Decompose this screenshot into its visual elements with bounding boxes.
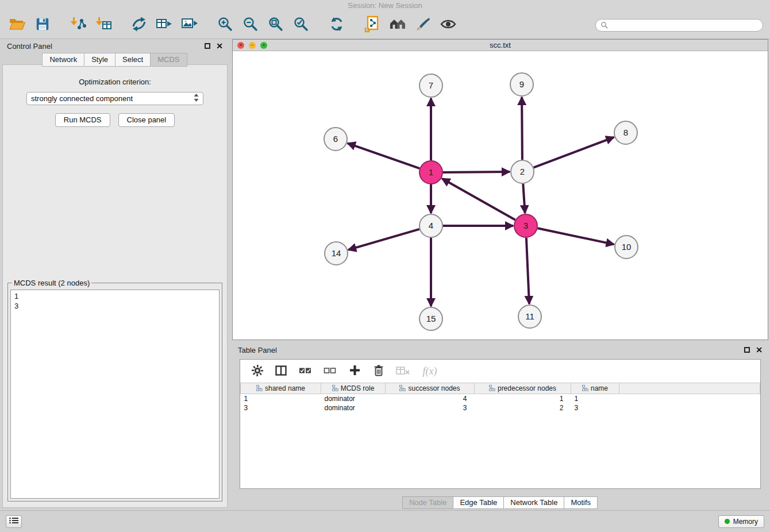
graph-node-14[interactable]: 14 [325,242,348,265]
status-menu-button[interactable] [6,515,22,528]
function-builder-button[interactable]: f(x) [420,360,440,382]
save-icon [35,17,50,33]
edge-2-to-9[interactable] [522,97,522,160]
visibility-button[interactable] [438,14,459,36]
edge-4-to-14[interactable] [348,229,419,250]
graph-node-1[interactable]: 1 [419,161,442,184]
tab-select[interactable]: Select [115,53,151,67]
style-paint-button[interactable] [413,14,433,36]
import-network-file-button[interactable] [68,14,88,36]
mcds-result-line: 1 [14,291,215,301]
search-box [595,19,763,32]
column-header-predecessor-nodes[interactable]: predecessor nodes [475,383,571,394]
delete-table-button[interactable] [395,360,410,382]
optimization-dropdown[interactable]: strongly connected component [26,92,203,105]
memory-button[interactable]: Memory [718,515,764,528]
image-arrow-icon [181,16,198,34]
optimization-value: strongly connected component [31,94,133,103]
network-document-button[interactable] [362,14,383,36]
refresh-icon [329,16,345,34]
network-from-selection-button[interactable] [129,14,149,36]
network-title: scc.txt [233,41,768,49]
graph-node-2[interactable]: 2 [511,160,534,183]
network-home-button[interactable] [387,14,408,36]
delete-column-button[interactable] [372,360,386,382]
edge-3-to-1[interactable] [442,179,515,220]
memory-label: Memory [733,518,758,526]
import-table-file-button[interactable] [93,14,114,36]
refresh-view-button[interactable] [326,14,347,36]
select-all-button[interactable] [298,360,313,382]
tab-style[interactable]: Style [84,53,116,67]
close-panel-icon[interactable]: ✕ [216,43,223,49]
mcds-result-list[interactable]: 13 [10,290,220,499]
export-table-button[interactable] [154,14,175,36]
edge-2-to-3[interactable] [523,184,525,213]
trash-icon [373,364,384,379]
zoom-fit-button[interactable] [265,14,286,36]
tab-mcds[interactable]: MCDS [150,53,187,67]
column-header-MCDS-role[interactable]: MCDS role [321,383,386,394]
close-table-panel-icon[interactable]: ✕ [756,347,763,353]
graph-node-3[interactable]: 3 [514,214,537,237]
edge-2-to-8[interactable] [534,137,614,168]
control-panel: Control Panel ✕ NetworkStyleSelectMCDS O… [2,39,228,508]
node-label: 7 [429,80,433,90]
brush-icon [415,16,431,34]
float-panel-icon[interactable] [205,43,210,49]
node-table-body: 1dominator4113dominator323 [241,394,760,413]
zoom-selected-button[interactable] [291,14,311,36]
open-session-button[interactable] [7,14,28,36]
graph-node-6[interactable]: 6 [324,128,347,151]
deselect-all-button[interactable] [322,360,337,382]
table-settings-button[interactable] [251,360,264,382]
edge-1-to-6[interactable] [348,143,419,168]
edge-1-to-2[interactable] [443,172,510,172]
table-cell-filler [619,394,760,403]
graph-node-7[interactable]: 7 [419,74,442,97]
graph-node-9[interactable]: 9 [510,73,533,96]
zoom-in-button[interactable] [215,14,236,36]
graph-node-10[interactable]: 10 [615,236,638,259]
table-row[interactable]: 1dominator411 [241,394,760,403]
eye-icon [440,17,456,33]
network-window: ✕ − + scc.txt 7968124314101511 [232,39,768,340]
main-toolbar [0,11,770,39]
export-image-button[interactable] [179,14,200,36]
zoom-fit-icon [268,16,284,34]
zoom-out-button[interactable] [240,14,261,36]
table-cell: 1 [241,394,321,403]
table-tab-edge-table[interactable]: Edge Table [453,496,504,509]
graph-node-4[interactable]: 4 [419,214,442,237]
optimization-label: Optimization criterion: [3,78,227,86]
graph-node-8[interactable]: 8 [614,121,637,144]
edge-3-to-10[interactable] [538,228,614,244]
table-tab-node-table[interactable]: Node Table [402,496,454,509]
graph-node-15[interactable]: 15 [419,307,442,330]
node-table-head-row: shared nameMCDS rolesuccessor nodesprede… [241,383,760,394]
unchecked-boxes-icon [324,367,336,376]
run-mcds-button[interactable]: Run MCDS [55,113,110,127]
column-header-shared-name[interactable]: shared name [241,383,321,394]
table-tab-network-table[interactable]: Network Table [503,496,564,509]
tab-network[interactable]: Network [42,53,84,67]
table-arrow-icon [156,16,173,34]
column-header-successor-nodes[interactable]: successor nodes [386,383,475,394]
column-header-name[interactable]: name [571,383,619,394]
close-panel-button[interactable]: Close panel [118,113,175,127]
table-row[interactable]: 3dominator323 [241,403,760,413]
edge-3-to-11[interactable] [526,238,529,304]
float-table-panel-icon[interactable] [744,347,750,353]
graph-node-11[interactable]: 11 [518,305,541,328]
search-icon [600,21,608,29]
import-network-icon [70,16,87,34]
add-column-button[interactable] [347,360,362,382]
show-columns-button[interactable] [274,360,288,382]
search-input[interactable] [611,21,758,29]
node-label: 2 [520,167,525,176]
save-session-button[interactable] [32,14,53,36]
column-header-filler [619,383,760,394]
network-canvas[interactable]: 7968124314101511 [233,51,768,340]
application-window: Session: New Session [0,0,770,532]
table-tab-motifs[interactable]: Motifs [564,496,598,509]
